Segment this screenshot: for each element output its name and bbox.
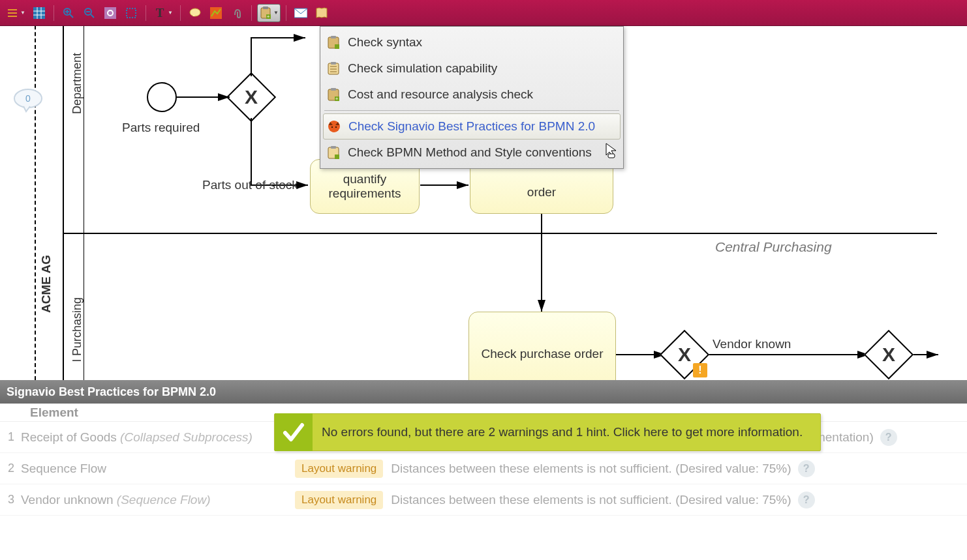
start-event[interactable] xyxy=(147,82,177,112)
svg-rect-40 xyxy=(335,155,339,159)
row-element-sub: (Sequence Flow) xyxy=(117,493,211,507)
toolbar-separator xyxy=(54,5,54,21)
help-icon[interactable]: ? xyxy=(798,492,815,508)
svg-rect-13 xyxy=(127,8,136,18)
row-number: 2 xyxy=(0,462,21,475)
check-dropdown-menu: Check syntax Check simulation capability… xyxy=(320,26,624,169)
zoom-in-icon xyxy=(62,7,75,20)
svg-rect-23 xyxy=(335,44,339,49)
toolbar-separator xyxy=(251,5,252,21)
toolbar-chart-button[interactable] xyxy=(207,4,225,22)
check-icon xyxy=(275,413,313,451)
column-element: Element xyxy=(30,405,78,420)
svg-rect-39 xyxy=(331,146,336,149)
dropdown-item-label: Check Signavio Best Practices for BPMN 2… xyxy=(348,119,595,134)
task-text: requirements xyxy=(329,186,401,200)
validation-panel-title: Signavio Best Practices for BPMN 2.0 xyxy=(0,380,967,404)
dropdown-check-syntax[interactable]: Check syntax xyxy=(320,29,623,55)
row-number: 1 xyxy=(0,430,21,444)
task-text: order xyxy=(527,185,556,199)
dropdown-check-simulation[interactable]: Check simulation capability xyxy=(320,55,623,81)
fox-icon xyxy=(326,119,342,134)
zoom-out-icon xyxy=(83,7,96,20)
toolbar-separator xyxy=(146,5,146,21)
clipboard-list-icon xyxy=(326,61,341,76)
comment-bubble-icon[interactable]: 0 xyxy=(13,88,43,114)
svg-rect-22 xyxy=(331,36,336,38)
row-element: Receipt of Goods xyxy=(21,430,117,444)
help-icon[interactable]: ? xyxy=(880,429,897,446)
dropdown-bpmn-method-style[interactable]: Check BPMN Method and Style conventions xyxy=(320,140,623,166)
clipboard-icon xyxy=(326,35,341,50)
toolbar-mail-button[interactable] xyxy=(292,4,310,22)
svg-point-37 xyxy=(335,126,337,128)
row-message: Distances between these elements is not … xyxy=(391,462,791,476)
validation-row[interactable]: 2 Sequence Flow Layout warning Distances… xyxy=(0,453,967,484)
toolbar-zoom-in-button[interactable] xyxy=(59,4,78,22)
lane-divider xyxy=(63,233,937,234)
edge-label-out-of-stock: Parts out of stock xyxy=(202,178,298,192)
svg-point-14 xyxy=(190,8,200,16)
grid-icon xyxy=(33,7,46,20)
toolbar-menu-button[interactable]: ▼ xyxy=(4,4,27,22)
svg-text:+: + xyxy=(267,14,270,20)
toolbar-separator xyxy=(286,5,286,21)
zoom-fit-icon xyxy=(104,7,117,20)
row-badge: Layout warning xyxy=(295,491,383,509)
svg-rect-3 xyxy=(33,7,45,19)
svg-rect-17 xyxy=(263,7,268,9)
gateway-exclusive-1[interactable]: X xyxy=(234,80,269,115)
region-icon xyxy=(125,7,138,20)
dropdown-signavio-best-practices[interactable]: Check Signavio Best Practices for BPMN 2… xyxy=(323,113,621,140)
toolbar-comment-button[interactable] xyxy=(186,4,204,22)
gateway-exclusive-2[interactable]: X ! xyxy=(667,337,702,372)
row-number: 3 xyxy=(0,493,21,507)
pool-label: ACME AG xyxy=(39,255,54,313)
edge-label-vendor-known: Vendor known xyxy=(713,337,791,351)
validation-panel: Signavio Best Practices for BPMN 2.0 Ele… xyxy=(0,380,967,560)
svg-line-9 xyxy=(91,14,94,18)
svg-line-5 xyxy=(70,14,73,18)
paperclip-icon xyxy=(230,7,243,20)
toolbar-zoom-region-button[interactable] xyxy=(122,4,140,22)
svg-text:+: + xyxy=(335,96,339,102)
toolbar-check-button[interactable]: + ▼ xyxy=(257,4,281,22)
chart-icon xyxy=(209,7,223,20)
toolbar-grid-button[interactable] xyxy=(30,4,48,22)
dropdown-separator xyxy=(324,110,619,111)
lane-boundary xyxy=(63,26,64,380)
row-message: Distances between these elements is not … xyxy=(391,493,791,507)
svg-point-33 xyxy=(328,121,340,132)
dropdown-item-label: Check BPMN Method and Style conventions xyxy=(348,145,592,160)
task-check-purchase-order[interactable]: Check purchase order xyxy=(468,312,616,380)
validation-notification[interactable]: No errors found, but there are 2 warning… xyxy=(274,413,821,451)
svg-rect-11 xyxy=(104,7,116,19)
toolbar-attach-button[interactable] xyxy=(228,4,246,22)
svg-rect-41 xyxy=(608,154,615,158)
validation-row[interactable]: 3 Vendor unknown (Sequence Flow) Layout … xyxy=(0,484,967,516)
toolbar: ▼ T▼ + ▼ xyxy=(0,0,967,26)
svg-text:0: 0 xyxy=(25,93,31,104)
mail-icon xyxy=(294,7,307,20)
row-badge: Layout warning xyxy=(295,460,383,478)
svg-rect-30 xyxy=(331,88,336,91)
help-icon[interactable]: ? xyxy=(798,460,815,477)
task-text: quantify xyxy=(343,172,387,186)
text-icon: T xyxy=(153,7,166,20)
row-element: Vendor unknown xyxy=(21,493,114,507)
clipboard-plus-icon: + xyxy=(326,87,341,102)
toolbar-text-button[interactable]: T▼ xyxy=(151,4,175,22)
warning-badge-icon: ! xyxy=(693,363,707,377)
toolbar-zoom-fit-button[interactable] xyxy=(101,4,119,22)
svg-rect-1 xyxy=(8,12,17,14)
cursor-icon xyxy=(604,142,619,159)
gateway-exclusive-3[interactable]: X xyxy=(871,337,906,372)
toolbar-zoom-out-button[interactable] xyxy=(80,4,99,22)
dropdown-cost-analysis[interactable]: + Cost and resource analysis check xyxy=(320,81,623,108)
dropdown-item-label: Check simulation capability xyxy=(348,61,497,76)
row-element-sub: (Collapsed Subprocess) xyxy=(120,430,253,444)
lane2-header: Central Purchasing xyxy=(715,239,832,255)
toolbar-docs-button[interactable] xyxy=(313,4,331,22)
dropdown-item-label: Check syntax xyxy=(348,35,422,50)
lane-label-top: Department xyxy=(70,53,84,114)
